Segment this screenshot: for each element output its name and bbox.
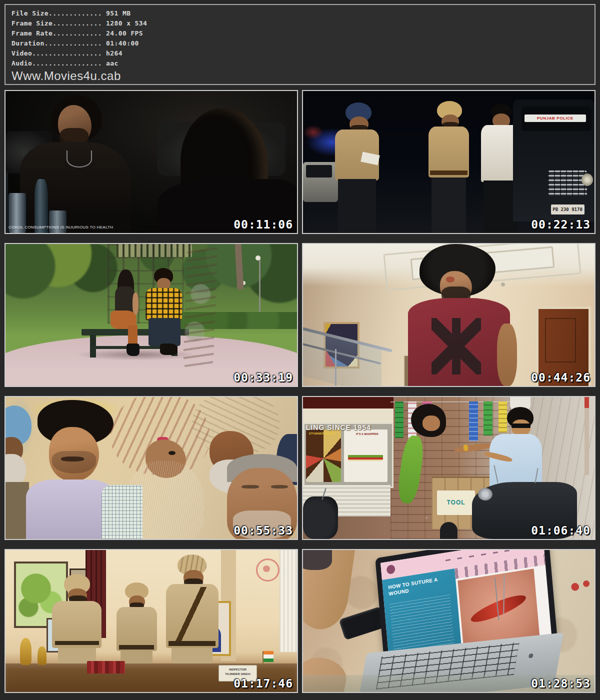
dots: ............ xyxy=(52,30,102,37)
palm-trunk xyxy=(182,244,218,370)
officer2-shirt xyxy=(116,607,158,651)
gold-bangle xyxy=(463,444,468,452)
moped-headlamp xyxy=(478,488,492,501)
plaid-shirt xyxy=(146,288,182,320)
officer1-trousers xyxy=(338,179,376,233)
necklace xyxy=(66,150,92,167)
steel-tumbler-2 xyxy=(49,210,66,233)
suv-headlamp xyxy=(582,174,593,186)
officer3-belt xyxy=(168,641,215,646)
frame-size-value: 1280 x 534 xyxy=(106,20,147,27)
lamp-globe xyxy=(256,256,260,260)
elderly-brow xyxy=(242,485,259,488)
white-vehicle-window xyxy=(306,165,332,178)
red-light-flare xyxy=(303,125,324,139)
audio-label: Audio xyxy=(12,60,32,67)
video-row: Video.................h264 xyxy=(12,48,588,58)
screenshot-6: STUNNER MENU IT'S A WHOPPER LING SINCE 1… xyxy=(302,396,596,540)
duration-label: Duration xyxy=(12,40,44,47)
health-warning-text: COHOL CONSUMPTIONS IS INJURIOUS TO HEALT… xyxy=(8,225,113,230)
nameplate-line1: INSPECTOR xyxy=(219,668,257,672)
screenshot-4: 00:44:26 xyxy=(302,243,596,387)
screenshot-2: PUNJAB POLICE PB 230 9170 00:22:13 xyxy=(302,90,596,234)
video-label: Video xyxy=(12,50,32,57)
dots: .............. xyxy=(44,40,102,47)
india-flag xyxy=(264,651,274,662)
trophy-2 xyxy=(38,646,46,665)
shop-roof-band xyxy=(303,397,394,408)
hanging-sachets-green2 xyxy=(484,402,492,436)
timestamp: 01:06:40 xyxy=(531,525,590,536)
frame-rate-row: Frame Rate............24.00 FPS xyxy=(12,28,588,38)
site-watermark: Www.Movies4u.cab xyxy=(12,69,588,82)
screenshot-1: COHOL CONSUMPTIONS IS INJURIOUS TO HEALT… xyxy=(4,90,298,234)
wound-gash xyxy=(468,590,528,626)
elderly-brow-2 xyxy=(271,485,288,488)
red-white-pole xyxy=(584,397,589,475)
woman-arm xyxy=(132,292,139,315)
file-info-panel: File Size.............951 MB Frame Size.… xyxy=(4,4,596,85)
screenshot-3: 00:33:19 xyxy=(4,243,298,387)
file-size-row: File Size.............951 MB xyxy=(12,8,588,18)
screenshot-7: INSPECTOR TAJINDER SINGH 01:17:46 xyxy=(4,549,298,693)
checked-shirt xyxy=(102,485,142,539)
officer1-belt xyxy=(55,641,98,646)
menu-poster xyxy=(306,430,341,482)
shop-sign-text: LING SINCE 1954 xyxy=(306,424,388,432)
frame-size-label: Frame Size xyxy=(12,20,52,27)
door-panel xyxy=(545,318,576,362)
video-value: h264 xyxy=(106,50,122,57)
timestamp: 00:22:13 xyxy=(531,219,590,230)
hanging-sachets-blue xyxy=(469,402,478,442)
pergola-slats xyxy=(116,244,192,257)
officer2-belt xyxy=(119,645,154,650)
officer2-trousers xyxy=(432,178,466,233)
page: File Size.............951 MB Frame Size.… xyxy=(0,0,600,697)
shop-fascia xyxy=(303,408,394,422)
nameplate-line2: TAJINDER SINGH xyxy=(219,672,257,676)
parked-motorbike xyxy=(303,496,338,539)
timestamp: 00:11:06 xyxy=(234,219,293,230)
hanging-sachets-yellow xyxy=(498,402,507,432)
woman-face xyxy=(422,416,440,431)
whopper-text: IT'S A WHOPPER xyxy=(351,432,383,436)
timestamp: 01:28:53 xyxy=(531,678,590,690)
arm xyxy=(497,324,518,386)
sleeve xyxy=(302,549,332,570)
face-bruise xyxy=(446,276,454,282)
burger-image xyxy=(348,441,383,472)
young-man-beard-line xyxy=(52,451,96,474)
officer2-uniform xyxy=(428,126,470,178)
stair-baluster xyxy=(335,349,336,386)
frame-rate-value: 24.00 FPS xyxy=(106,30,143,37)
punjab-police-banner: PUNJAB POLICE xyxy=(524,114,586,122)
audio-row: Audio.................aac xyxy=(12,58,588,68)
screenshot-grid: COHOL CONSUMPTIONS IS INJURIOUS TO HEALT… xyxy=(4,90,596,693)
frame-size-row: Frame Size............1280 x 534 xyxy=(12,18,588,28)
dots: ............. xyxy=(48,10,102,17)
man-jeans xyxy=(148,318,180,346)
screenshot-5: 00:55:33 xyxy=(4,396,298,540)
dots: ................. xyxy=(32,50,102,57)
red-books xyxy=(87,661,125,674)
officer2-belt xyxy=(430,170,468,175)
floral-cup xyxy=(566,576,596,621)
woman-boot xyxy=(126,344,140,356)
duration-row: Duration..............01:40:00 xyxy=(12,38,588,48)
dots: ............ xyxy=(52,20,102,27)
file-size-value: 951 MB xyxy=(106,10,130,17)
tshirt-print xyxy=(432,318,481,375)
trophy xyxy=(20,638,32,665)
file-size-label: File Size xyxy=(12,10,48,17)
frame-rate-label: Frame Rate xyxy=(12,30,52,37)
sunglasses xyxy=(512,424,530,428)
timestamp: 00:33:19 xyxy=(234,372,293,384)
timestamp: 00:44:26 xyxy=(531,372,590,384)
flag-pole xyxy=(262,651,264,665)
license-plate: PB 230 9170 xyxy=(551,204,584,214)
duration-value: 01:40:00 xyxy=(106,40,139,47)
timestamp: 00:55:33 xyxy=(234,525,293,536)
officer3-cross-strap xyxy=(168,587,215,644)
dots: ................. xyxy=(32,60,102,67)
man-shoe xyxy=(160,344,178,355)
